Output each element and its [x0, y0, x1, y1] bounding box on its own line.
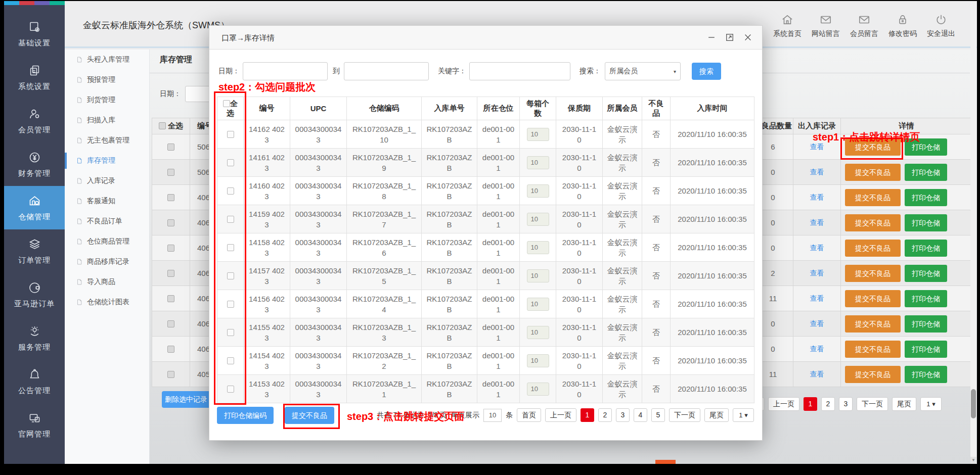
per-box-input[interactable]: 10 — [527, 213, 549, 226]
row-checkbox[interactable] — [167, 169, 174, 176]
submit-defective-button[interactable]: 提交不良品 — [845, 164, 901, 181]
page-number-button[interactable]: 3 — [839, 397, 853, 411]
per-box-input[interactable]: 10 — [527, 326, 549, 339]
print-storage-button[interactable]: 打印仓储 — [905, 341, 947, 358]
per-box-input[interactable]: 10 — [527, 383, 549, 396]
per-box-input[interactable]: 10 — [527, 241, 549, 254]
print-storage-button[interactable]: 打印仓储 — [905, 214, 947, 231]
submenu-item[interactable]: 到货管理 — [65, 90, 149, 110]
first-page-button[interactable]: 首页 — [517, 408, 541, 422]
topbar-action[interactable]: 安全退出 — [925, 13, 957, 38]
view-link[interactable]: 查看 — [810, 244, 824, 252]
row-checkbox[interactable] — [167, 346, 174, 353]
per-box-input[interactable]: 10 — [527, 354, 549, 367]
sidebar-item[interactable]: 仓储管理 — [4, 186, 65, 229]
row-checkbox[interactable] — [227, 131, 234, 138]
submit-defective-button[interactable]: 提交不良品 — [845, 189, 901, 206]
print-storage-button[interactable]: 打印仓储 — [905, 366, 947, 383]
sidebar-item[interactable]: 财务管理 — [4, 142, 65, 186]
submit-defective-button[interactable]: 提交不良品 — [845, 214, 901, 231]
close-icon[interactable] — [743, 32, 753, 42]
print-storage-button[interactable]: 打印仓储 — [905, 240, 947, 257]
sidebar-item[interactable]: 官网管理 — [4, 403, 65, 447]
submenu-item[interactable]: 入库记录 — [65, 171, 149, 191]
topbar-action[interactable]: 会员留言 — [849, 13, 880, 38]
prev-page-button[interactable]: 上一页 — [545, 408, 576, 422]
modal-select-all-checkbox[interactable] — [223, 100, 230, 107]
scrollbar-thumb[interactable] — [971, 389, 976, 418]
topbar-action[interactable]: 网站留言 — [810, 13, 841, 38]
submenu-item[interactable]: 无主包裹管理 — [65, 130, 149, 151]
row-checkbox[interactable] — [227, 386, 234, 393]
page-number-button[interactable]: 2 — [598, 408, 612, 422]
scroll-down-arrow[interactable]: ▼ — [970, 457, 976, 464]
keyword-input[interactable] — [469, 62, 570, 80]
page-number-button[interactable]: 3 — [616, 408, 630, 422]
row-checkbox[interactable] — [167, 219, 174, 226]
submenu-item[interactable]: 预报管理 — [65, 70, 149, 90]
submenu-item[interactable]: 客服通知 — [65, 191, 149, 211]
submenu-item[interactable]: 扫描入库 — [65, 110, 149, 130]
print-storage-codes-button[interactable]: 打印仓储编码 — [217, 407, 274, 424]
row-checkbox[interactable] — [167, 320, 174, 327]
sidebar-item[interactable]: 亚马逊订单 — [4, 273, 65, 316]
per-box-input[interactable]: 10 — [527, 298, 549, 311]
sidebar-item[interactable]: 订单管理 — [4, 229, 65, 273]
print-storage-button[interactable]: 打印仓储 — [905, 189, 947, 206]
date-from-input[interactable] — [243, 62, 328, 80]
per-box-input[interactable]: 10 — [527, 156, 549, 169]
sidebar-item[interactable]: 公告管理 — [4, 360, 65, 403]
row-checkbox[interactable] — [227, 329, 234, 336]
sidebar-item[interactable]: 基础设置 — [4, 12, 65, 56]
row-checkbox[interactable] — [167, 144, 174, 151]
sidebar-item[interactable]: 系统设置 — [4, 56, 65, 99]
page-jump-select[interactable]: 1 ▾ — [920, 397, 942, 411]
row-checkbox[interactable] — [227, 216, 234, 223]
per-box-input[interactable]: 10 — [527, 269, 549, 282]
view-link[interactable]: 查看 — [810, 218, 824, 226]
row-checkbox[interactable] — [227, 272, 234, 279]
view-link[interactable]: 查看 — [810, 193, 824, 201]
sidebar-item[interactable]: 服务管理 — [4, 316, 65, 360]
submit-defective-button[interactable]: 提交不良品 — [845, 290, 901, 307]
row-checkbox[interactable] — [167, 270, 174, 277]
row-checkbox[interactable] — [227, 159, 234, 166]
per-page-input[interactable]: 10 — [483, 409, 502, 422]
submit-defective-button[interactable]: 提交不良品 — [845, 341, 901, 358]
row-checkbox[interactable] — [227, 187, 234, 195]
print-storage-button[interactable]: 打印仓储 — [905, 265, 947, 282]
submit-defective-button[interactable]: 提交不良品 — [285, 407, 334, 424]
search-button[interactable]: 搜索 — [692, 63, 721, 80]
page-number-button[interactable]: 5 — [651, 408, 665, 422]
current-page[interactable]: 1 — [804, 397, 817, 411]
select-all-checkbox[interactable] — [159, 122, 166, 129]
view-link[interactable]: 查看 — [810, 168, 824, 176]
member-filter-select[interactable]: 所属会员 ▾ — [605, 62, 681, 80]
next-page-button[interactable]: 下一页 — [857, 397, 888, 411]
submit-defective-button[interactable]: 提交不良品 — [845, 315, 901, 332]
submenu-item[interactable]: 头程入库管理 — [65, 50, 149, 70]
row-checkbox[interactable] — [227, 357, 234, 364]
topbar-action[interactable]: 修改密码 — [887, 13, 918, 38]
last-page-button[interactable]: 尾页 — [892, 397, 916, 411]
submenu-item[interactable]: 仓储统计图表 — [65, 292, 149, 312]
maximize-icon[interactable] — [725, 32, 735, 42]
submenu-item[interactable]: 商品移库记录 — [65, 252, 149, 272]
next-page-button[interactable]: 下一页 — [669, 408, 700, 422]
topbar-action[interactable]: 系统首页 — [772, 13, 803, 38]
page-jump-select[interactable]: 1 ▾ — [733, 408, 754, 422]
view-link[interactable]: 查看 — [810, 370, 824, 378]
print-storage-button[interactable]: 打印仓储 — [905, 290, 947, 307]
submenu-item[interactable]: 不良品订单 — [65, 211, 149, 231]
page-number-button[interactable]: 4 — [634, 408, 647, 422]
submenu-item[interactable]: 仓位商品管理 — [65, 231, 149, 252]
submit-defective-button[interactable]: 提交不良品 — [845, 240, 901, 257]
sidebar-item[interactable]: 会员管理 — [4, 99, 65, 142]
current-page[interactable]: 1 — [581, 408, 594, 422]
minimize-icon[interactable] — [706, 32, 717, 42]
view-link[interactable]: 查看 — [810, 269, 824, 277]
print-storage-button[interactable]: 打印仓储 — [905, 315, 947, 332]
submit-defective-button[interactable]: 提交不良品 — [845, 366, 901, 383]
row-checkbox[interactable] — [227, 301, 234, 308]
view-link[interactable]: 查看 — [810, 294, 824, 302]
